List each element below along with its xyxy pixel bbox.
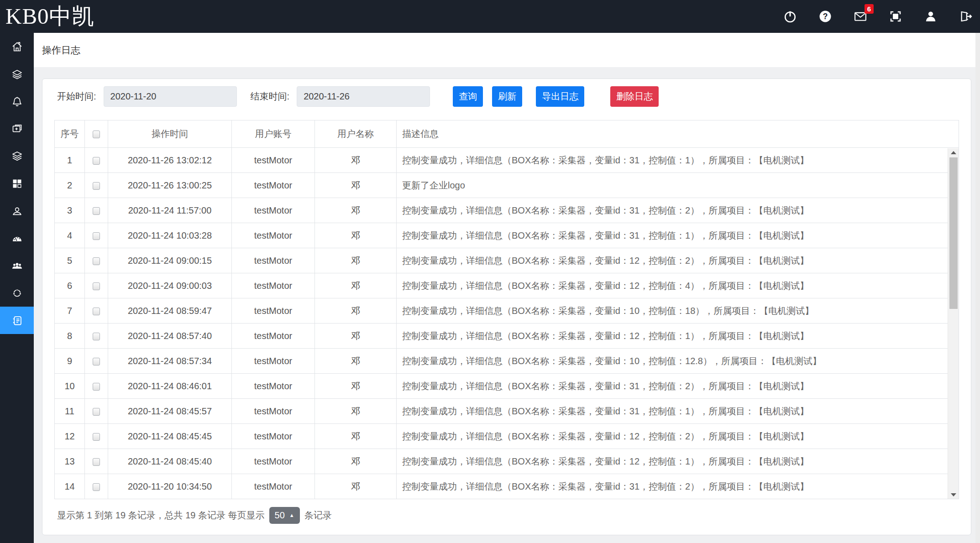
- scrollbar-down-arrow[interactable]: [948, 491, 959, 499]
- export-log-button[interactable]: 导出日志: [536, 86, 584, 107]
- row-description: 控制变量成功，详细信息（BOX名称：采集器，变量id：31，控制值：1），所属项…: [397, 148, 959, 173]
- row-index: 6: [55, 273, 85, 298]
- row-user-account: testMotor: [232, 399, 315, 424]
- row-user-name: 邓: [315, 474, 397, 499]
- row-user-account: testMotor: [232, 198, 315, 223]
- start-time-label: 开始时间:: [57, 90, 96, 103]
- layers-icon: [11, 68, 23, 80]
- page-size-select[interactable]: 50 ▲: [269, 507, 300, 524]
- row-user-name: 邓: [315, 273, 397, 298]
- row-checkbox[interactable]: [93, 182, 100, 190]
- user-icon[interactable]: [924, 10, 938, 23]
- mail-badge: 6: [865, 4, 874, 14]
- row-index: 5: [55, 248, 85, 273]
- query-button[interactable]: 查询: [453, 86, 483, 107]
- table-row: 9 2020-11-24 08:57:34 testMotor 邓 控制变量成功…: [55, 349, 959, 374]
- row-user-account: testMotor: [232, 349, 315, 374]
- row-checkbox[interactable]: [93, 282, 100, 290]
- row-description: 控制变量成功，详细信息（BOX名称：采集器，变量id：12，控制值：1），所属项…: [397, 449, 959, 474]
- select-all-checkbox[interactable]: [93, 131, 100, 138]
- scrollbar-up-arrow[interactable]: [948, 148, 959, 157]
- row-operation-time: 2020-11-24 09:00:15: [108, 248, 232, 273]
- sidebar-item-layers[interactable]: [0, 60, 34, 88]
- logout-icon[interactable]: [959, 10, 973, 23]
- row-index: 10: [55, 374, 85, 399]
- row-checkbox[interactable]: [93, 483, 100, 491]
- table-row: 7 2020-11-24 08:59:47 testMotor 邓 控制变量成功…: [55, 298, 959, 324]
- title-bar: 操作日志: [34, 33, 980, 67]
- row-checkbox[interactable]: [93, 458, 100, 466]
- sidebar-item-devices[interactable]: [0, 142, 34, 170]
- power-icon[interactable]: [783, 10, 797, 23]
- row-operation-time: 2020-11-24 08:45:45: [108, 424, 232, 449]
- fullscreen-icon[interactable]: [889, 10, 902, 23]
- header-index: 序号: [55, 120, 85, 148]
- row-checkbox[interactable]: [93, 157, 100, 165]
- row-description: 更新了企业logo: [397, 173, 959, 198]
- sidebar-item-network[interactable]: [0, 279, 34, 307]
- header-username: 用户名称: [315, 120, 397, 148]
- row-checkbox[interactable]: [93, 207, 100, 215]
- row-operation-time: 2020-11-24 08:57:40: [108, 324, 232, 349]
- row-checkbox[interactable]: [93, 408, 100, 416]
- grid-icon: [11, 178, 23, 190]
- row-description: 控制变量成功，详细信息（BOX名称：采集器，变量id：12，控制值：2），所属项…: [397, 248, 959, 273]
- scrollbar-thumb[interactable]: [949, 157, 958, 309]
- row-checkbox[interactable]: [93, 232, 100, 240]
- row-operation-time: 2020-11-24 09:00:03: [108, 273, 232, 298]
- row-user-account: testMotor: [232, 173, 315, 198]
- help-icon[interactable]: ?: [818, 10, 832, 23]
- row-checkbox[interactable]: [93, 383, 100, 391]
- row-checkbox-cell: [85, 173, 108, 198]
- row-description: 控制变量成功，详细信息（BOX名称：采集器，变量id：10，控制值：12.8），…: [397, 349, 959, 374]
- header-time: 操作时间: [108, 120, 232, 148]
- row-user-name: 邓: [315, 173, 397, 198]
- delete-log-button[interactable]: 删除日志: [610, 86, 659, 107]
- window-scrollbar[interactable]: [975, 33, 980, 543]
- row-operation-time: 2020-11-26 13:02:12: [108, 148, 232, 173]
- row-index: 8: [55, 324, 85, 349]
- row-operation-time: 2020-11-24 08:45:40: [108, 449, 232, 474]
- row-index: 9: [55, 349, 85, 374]
- row-checkbox[interactable]: [93, 433, 100, 441]
- row-checkbox[interactable]: [93, 358, 100, 365]
- log-icon: [11, 314, 23, 327]
- row-checkbox[interactable]: [93, 333, 100, 340]
- mail-icon[interactable]: 6: [854, 10, 867, 23]
- row-checkbox-cell: [85, 449, 108, 474]
- row-checkbox-cell: [85, 198, 108, 223]
- row-checkbox-cell: [85, 248, 108, 273]
- end-date-input[interactable]: [297, 86, 430, 107]
- row-description: 控制变量成功，详细信息（BOX名称：采集器，变量id：12，控制值：4），所属项…: [397, 273, 959, 298]
- row-checkbox[interactable]: [93, 308, 100, 315]
- row-index: 3: [55, 198, 85, 223]
- row-operation-time: 2020-11-24 08:45:57: [108, 399, 232, 424]
- sidebar-item-alarms[interactable]: [0, 88, 34, 115]
- start-date-input[interactable]: [104, 86, 237, 107]
- end-time-label: 结束时间:: [251, 90, 290, 103]
- table-scrollbar[interactable]: [948, 148, 959, 499]
- sidebar-item-home[interactable]: [0, 33, 34, 60]
- network-icon: [11, 287, 23, 299]
- row-index: 1: [55, 148, 85, 173]
- row-user-account: testMotor: [232, 424, 315, 449]
- refresh-button[interactable]: 刷新: [492, 86, 522, 107]
- row-user-name: 邓: [315, 248, 397, 273]
- table-header-row: 序号 操作时间 用户账号 用户名称 描述信息: [55, 120, 959, 148]
- sidebar-item-projects[interactable]: [0, 115, 34, 142]
- row-index: 11: [55, 399, 85, 424]
- sidebar-item-apps[interactable]: [0, 170, 34, 197]
- top-navbar: KB0中凯 ? 6: [0, 0, 980, 33]
- sidebar-item-operation-log[interactable]: [0, 307, 34, 334]
- table-row: 6 2020-11-24 09:00:03 testMotor 邓 控制变量成功…: [55, 273, 959, 298]
- row-index: 14: [55, 474, 85, 499]
- row-index: 4: [55, 223, 85, 248]
- sidebar-item-dashboard[interactable]: [0, 225, 34, 252]
- stack-icon: [11, 150, 23, 162]
- row-checkbox[interactable]: [93, 257, 100, 265]
- sidebar-item-users[interactable]: [0, 252, 34, 279]
- users-icon: [10, 260, 24, 272]
- sidebar-item-account[interactable]: [0, 197, 34, 225]
- row-user-name: 邓: [315, 223, 397, 248]
- svg-text:?: ?: [823, 12, 828, 21]
